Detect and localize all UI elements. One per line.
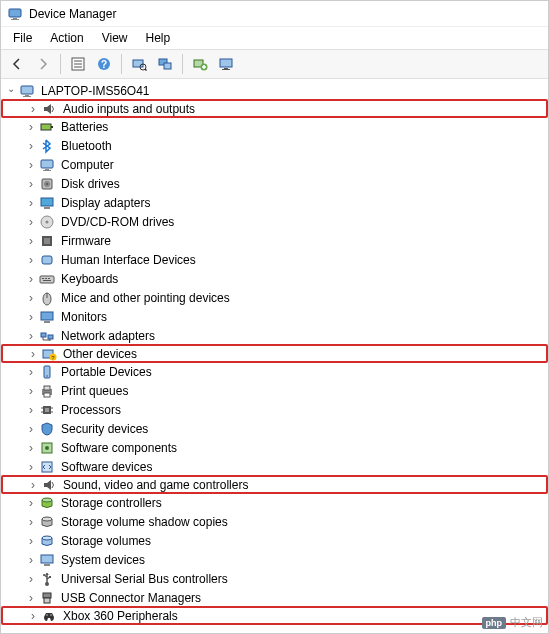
tree-category-node[interactable]: Network adapters	[1, 326, 548, 345]
tree-category-node[interactable]: Bluetooth	[1, 136, 548, 155]
svg-rect-19	[224, 68, 228, 69]
chevron-right-icon[interactable]	[23, 214, 39, 230]
display-icon	[39, 195, 55, 211]
toolbar-help-button[interactable]: ?	[92, 52, 116, 76]
chevron-right-icon[interactable]	[23, 533, 39, 549]
svg-rect-25	[51, 126, 53, 128]
chevron-right-icon[interactable]	[23, 119, 39, 135]
tree-category-node[interactable]: Mice and other pointing devices	[1, 288, 548, 307]
tree-category-label: Bluetooth	[59, 138, 114, 154]
toolbar-scan-button[interactable]	[127, 52, 151, 76]
toolbar-properties-button[interactable]	[66, 52, 90, 76]
chevron-right-icon[interactable]	[23, 514, 39, 530]
toolbar-add-device-button[interactable]	[188, 52, 212, 76]
tree-category-node[interactable]: Portable Devices	[1, 362, 548, 381]
toolbar-back-button[interactable]	[5, 52, 29, 76]
chevron-right-icon[interactable]	[23, 328, 39, 344]
svg-rect-62	[45, 408, 49, 412]
chevron-right-icon[interactable]	[25, 608, 41, 624]
tree-category-node[interactable]: Security devices	[1, 419, 548, 438]
chevron-right-icon[interactable]	[23, 383, 39, 399]
chevron-right-icon[interactable]	[23, 138, 39, 154]
tree-category-node[interactable]: Storage volumes	[1, 531, 548, 550]
svg-rect-42	[48, 278, 50, 279]
tree-category-label: Software devices	[59, 459, 154, 475]
system-icon	[39, 552, 55, 568]
toolbar-devices-button[interactable]	[153, 52, 177, 76]
tree-root-node[interactable]: LAPTOP-IMS56O41	[1, 81, 548, 100]
chevron-right-icon[interactable]	[23, 571, 39, 587]
menu-action[interactable]: Action	[42, 29, 91, 47]
tree-category-node[interactable]: Firmware	[1, 231, 548, 250]
chevron-right-icon[interactable]	[23, 402, 39, 418]
menu-help[interactable]: Help	[138, 29, 179, 47]
tree-category-label: USB Connector Managers	[59, 590, 203, 606]
tree-category-label: Software components	[59, 440, 179, 456]
chevron-right-icon[interactable]	[23, 176, 39, 192]
chevron-right-icon[interactable]	[23, 590, 39, 606]
keyboard-icon	[39, 271, 55, 287]
usb-connector-icon	[39, 590, 55, 606]
chevron-right-icon[interactable]	[23, 252, 39, 268]
chevron-right-icon[interactable]	[23, 157, 39, 173]
tree-category-node[interactable]: Storage controllers	[1, 493, 548, 512]
tree-category-node[interactable]: Disk drives	[1, 174, 548, 193]
device-tree[interactable]: LAPTOP-IMS56O41Audio inputs and outputsB…	[1, 79, 548, 633]
tree-category-node[interactable]: Print queues	[1, 381, 548, 400]
menu-view[interactable]: View	[94, 29, 136, 47]
menubar: File Action View Help	[1, 27, 548, 49]
tree-category-node[interactable]: System devices	[1, 550, 548, 569]
tree-category-node[interactable]: Human Interface Devices	[1, 250, 548, 269]
chevron-right-icon[interactable]	[23, 459, 39, 475]
svg-rect-40	[42, 278, 44, 279]
chevron-right-icon[interactable]	[23, 495, 39, 511]
toolbar-forward-button[interactable]	[31, 52, 55, 76]
svg-rect-79	[43, 593, 51, 598]
watermark: php 中文网	[482, 615, 544, 630]
tree-category-node[interactable]: Universal Serial Bus controllers	[1, 569, 548, 588]
tree-category-node[interactable]: USB Connector Managers	[1, 588, 548, 607]
tree-category-node[interactable]: Storage volume shadow copies	[1, 512, 548, 531]
svg-point-82	[50, 614, 52, 616]
tree-category-node[interactable]: Audio inputs and outputs	[1, 99, 548, 118]
chevron-right-icon[interactable]	[23, 364, 39, 380]
svg-rect-33	[44, 207, 50, 209]
tree-category-node[interactable]: Monitors	[1, 307, 548, 326]
chevron-right-icon[interactable]	[25, 101, 41, 117]
tree-category-node[interactable]: DVD/CD-ROM drives	[1, 212, 548, 231]
chevron-right-icon[interactable]	[23, 271, 39, 287]
svg-rect-26	[41, 160, 53, 168]
toolbar-separator	[60, 54, 61, 74]
chevron-right-icon[interactable]	[23, 440, 39, 456]
tree-category-label: Storage volumes	[59, 533, 153, 549]
cdrom-icon	[39, 214, 55, 230]
menu-file[interactable]: File	[5, 29, 40, 47]
tree-category-node[interactable]: Batteries	[1, 117, 548, 136]
chevron-right-icon[interactable]	[23, 421, 39, 437]
tree-category-node[interactable]: ?Other devices	[1, 344, 548, 363]
speaker-icon	[41, 101, 57, 117]
mouse-icon	[39, 290, 55, 306]
tree-category-node[interactable]: Display adapters	[1, 193, 548, 212]
svg-point-68	[45, 446, 49, 450]
chevron-right-icon[interactable]	[25, 477, 41, 493]
tree-category-node[interactable]: Software devices	[1, 457, 548, 476]
chevron-right-icon[interactable]	[23, 552, 39, 568]
chevron-right-icon[interactable]	[23, 195, 39, 211]
tree-category-label: Human Interface Devices	[59, 252, 198, 268]
hid-icon	[39, 252, 55, 268]
chevron-right-icon[interactable]	[23, 290, 39, 306]
svg-rect-37	[44, 238, 50, 244]
chevron-right-icon[interactable]	[25, 346, 41, 362]
chevron-right-icon[interactable]	[23, 233, 39, 249]
tree-category-node[interactable]: Computer	[1, 155, 548, 174]
tree-category-node[interactable]: Sound, video and game controllers	[1, 475, 548, 494]
chevron-down-icon[interactable]	[3, 83, 19, 99]
tree-category-node[interactable]: Processors	[1, 400, 548, 419]
tree-category-node[interactable]: Software components	[1, 438, 548, 457]
toolbar-monitor-button[interactable]	[214, 52, 238, 76]
toolbar-separator	[121, 54, 122, 74]
tree-category-node[interactable]: Keyboards	[1, 269, 548, 288]
chevron-right-icon[interactable]	[23, 309, 39, 325]
tree-category-node[interactable]: Xbox 360 Peripherals	[1, 606, 548, 625]
